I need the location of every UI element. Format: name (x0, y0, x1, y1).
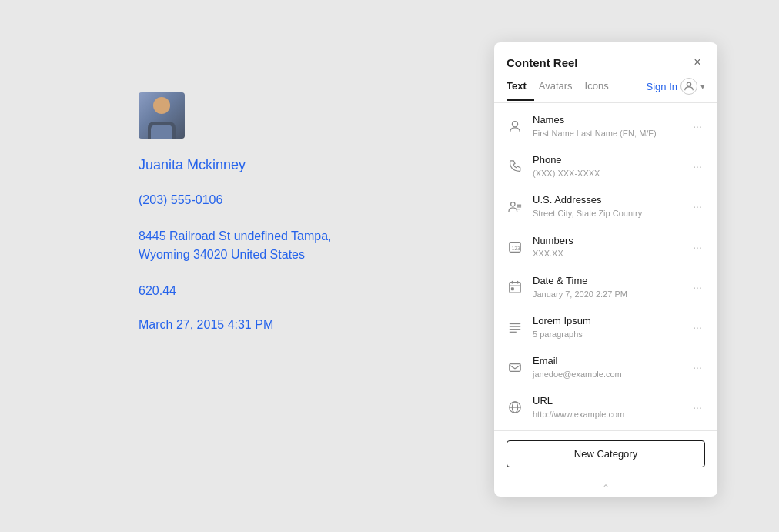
email-text: Email janedoe@example.com (533, 355, 680, 380)
url-text: URL http://www.example.com (533, 395, 680, 420)
chevron-up-icon: ⌃ (602, 483, 610, 494)
user-avatar-icon (680, 78, 697, 95)
lorem-text: Lorem Ipsum 5 paragraphs (533, 315, 680, 340)
names-text: Names First Name Last Name (EN, M/F) (533, 114, 680, 139)
panel-title: Content Reel (507, 56, 578, 69)
tab-icons[interactable]: Icons (585, 80, 617, 101)
url-icon (507, 399, 523, 416)
panel-footer: New Category (494, 430, 717, 478)
tab-avatars[interactable]: Avatars (539, 80, 580, 101)
phone-menu-button[interactable]: ··· (690, 159, 705, 174)
lorem-icon (507, 319, 523, 336)
svg-point-1 (512, 122, 517, 127)
email-sublabel: janedoe@example.com (533, 369, 680, 380)
names-menu-button[interactable]: ··· (690, 119, 705, 134)
phone-text: Phone (XXX) XXX-XXXX (533, 154, 680, 179)
list-item-numbers[interactable]: 123 Numbers XXX.XX ··· (494, 227, 717, 267)
category-list: Names First Name Last Name (EN, M/F) ···… (494, 103, 717, 430)
url-label: URL (533, 395, 680, 408)
list-item-names[interactable]: Names First Name Last Name (EN, M/F) ··· (494, 106, 717, 146)
new-category-button[interactable]: New Category (507, 440, 705, 467)
content-reel-panel: Content Reel × Text Avatars Icons Sign I… (494, 42, 717, 497)
preview-number: 620.44 (139, 284, 176, 298)
list-item-url[interactable]: URL http://www.example.com ··· (494, 387, 717, 427)
scroll-up-indicator[interactable]: ⌃ (494, 478, 717, 497)
preview-address: 8445 Railroad St undefined Tampa,Wyoming… (139, 227, 332, 264)
svg-point-0 (687, 82, 690, 86)
preview-name: Juanita Mckinney (139, 157, 246, 173)
numbers-label: Numbers (533, 235, 680, 248)
addresses-sublabel: Street City, State Zip Country (533, 208, 680, 219)
names-label: Names (533, 114, 680, 127)
numbers-text: Numbers XXX.XX (533, 235, 680, 259)
tab-text[interactable]: Text (507, 80, 534, 101)
preview-area: Juanita Mckinney (203) 555-0106 8445 Rai… (0, 0, 377, 532)
svg-point-2 (511, 202, 515, 206)
datetime-text: Date & Time January 7, 2020 2:27 PM (533, 275, 680, 299)
numbers-icon: 123 (507, 239, 523, 256)
addresses-menu-button[interactable]: ··· (690, 199, 705, 214)
email-label: Email (533, 355, 680, 368)
avatar (139, 92, 185, 139)
url-sublabel: http://www.example.com (533, 409, 680, 420)
preview-date: March 27, 2015 4:31 PM (139, 318, 273, 332)
svg-rect-12 (512, 288, 514, 290)
address-icon (507, 198, 523, 215)
list-item-email[interactable]: Email janedoe@example.com ··· (494, 347, 717, 387)
phone-sublabel: (XXX) XXX-XXXX (533, 168, 680, 179)
close-button[interactable]: × (690, 55, 705, 70)
person-icon (507, 118, 523, 135)
list-item-lorem[interactable]: Lorem Ipsum 5 paragraphs ··· (494, 307, 717, 347)
datetime-label: Date & Time (533, 275, 680, 288)
preview-phone: (203) 555-0106 (139, 193, 222, 207)
lorem-menu-button[interactable]: ··· (690, 320, 705, 335)
list-item-addresses[interactable]: U.S. Addresses Street City, State Zip Co… (494, 186, 717, 226)
panel-tabs: Text Avatars Icons Sign In ▾ (494, 70, 717, 103)
signin-label: Sign In (647, 81, 677, 92)
numbers-sublabel: XXX.XX (533, 248, 680, 259)
svg-rect-8 (510, 283, 520, 293)
panel-header: Content Reel × (494, 42, 717, 70)
addresses-label: U.S. Addresses (533, 194, 680, 207)
calendar-icon (507, 279, 523, 296)
email-icon (507, 359, 523, 376)
svg-rect-17 (510, 364, 520, 372)
signin-button[interactable]: Sign In ▾ (647, 78, 705, 102)
names-sublabel: First Name Last Name (EN, M/F) (533, 128, 680, 139)
addresses-text: U.S. Addresses Street City, State Zip Co… (533, 194, 680, 219)
svg-text:123: 123 (512, 245, 521, 250)
lorem-sublabel: 5 paragraphs (533, 329, 680, 340)
list-item-datetime[interactable]: Date & Time January 7, 2020 2:27 PM ··· (494, 267, 717, 307)
datetime-menu-button[interactable]: ··· (690, 279, 705, 295)
lorem-label: Lorem Ipsum (533, 315, 680, 328)
phone-icon (507, 158, 523, 175)
datetime-sublabel: January 7, 2020 2:27 PM (533, 289, 680, 299)
email-menu-button[interactable]: ··· (690, 360, 705, 375)
numbers-menu-button[interactable]: ··· (690, 239, 705, 255)
list-item-phone[interactable]: Phone (XXX) XXX-XXXX ··· (494, 146, 717, 186)
phone-label: Phone (533, 154, 680, 167)
url-menu-button[interactable]: ··· (690, 400, 705, 415)
chevron-down-icon: ▾ (700, 82, 705, 92)
